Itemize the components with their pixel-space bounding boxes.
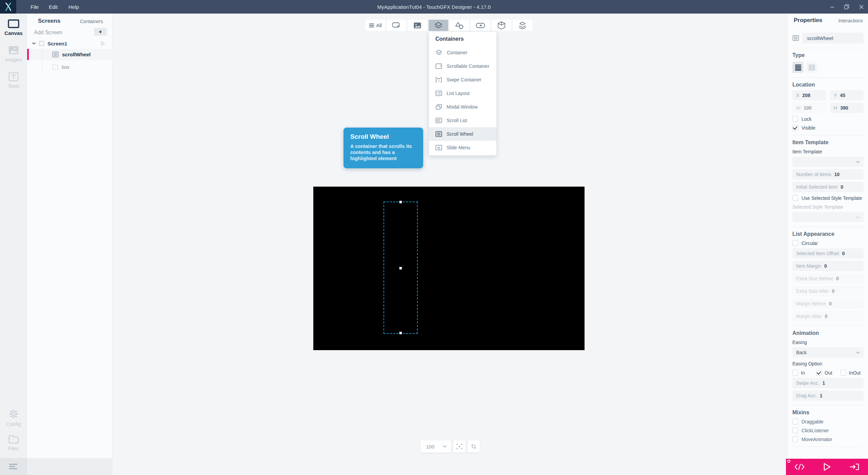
tree-row-scrollwheel[interactable]: scrollWheel (27, 49, 113, 60)
containers-category-icon (434, 22, 443, 29)
menu-help[interactable]: Help (68, 0, 79, 14)
resize-handle-top[interactable] (399, 201, 402, 204)
run-target-button[interactable] (841, 459, 868, 475)
circular-label: Circular (802, 241, 818, 246)
circular-checkbox-row[interactable]: Circular (792, 240, 864, 246)
visible-checkbox-row[interactable]: Visible (792, 125, 864, 131)
toolbar-miscellaneous-button[interactable] (492, 20, 511, 31)
location-w-field[interactable]: W 100 (792, 103, 826, 113)
draggable-row[interactable]: Draggable (792, 419, 864, 424)
sidebar-item-texts[interactable]: Texts (0, 72, 27, 89)
menu-item-scroll-wheel[interactable]: Scroll Wheel (429, 127, 496, 141)
sidebar-item-images[interactable]: Images (0, 45, 27, 62)
toolbar-custom-containers-button[interactable] (513, 20, 532, 31)
initial-selected-item-field[interactable]: Initial Selected Item 0 (792, 182, 864, 192)
sidebar-item-config[interactable]: Config (0, 408, 27, 427)
selection-rectangle[interactable] (383, 202, 418, 334)
item-margin-field[interactable]: Item Margin 0 (792, 261, 864, 271)
easing-in-row[interactable]: In (792, 370, 816, 376)
lock-checkbox[interactable] (792, 116, 798, 122)
run-simulator-button[interactable] (813, 459, 841, 475)
toolbar-containers-button[interactable] (429, 20, 448, 31)
x-value: 208 (802, 93, 810, 98)
add-screen-label[interactable]: Add Screen (34, 30, 62, 36)
fit-to-screen-button[interactable] (453, 440, 466, 453)
item-template-select[interactable] (792, 157, 864, 167)
use-selected-style-checkbox[interactable] (792, 195, 798, 201)
close-button[interactable] (854, 0, 868, 14)
easing-out-checkbox[interactable] (816, 370, 822, 376)
tree-row-screen1[interactable]: Screen1 (27, 38, 113, 49)
extra-size-before-field[interactable]: Extra Size Before 0 (792, 273, 864, 284)
canvas-size-button[interactable] (468, 440, 480, 453)
chevron-down-icon[interactable] (32, 42, 36, 45)
location-y-field[interactable]: Y 45 (830, 90, 864, 100)
draggable-checkbox[interactable] (792, 419, 798, 424)
h-value: 390 (840, 105, 848, 111)
tab-screens[interactable]: Screens (38, 18, 60, 24)
selected-style-template-select[interactable] (792, 212, 864, 222)
menu-item-container[interactable]: Container (429, 46, 496, 59)
menu-item-scroll-list[interactable]: Scroll List (429, 114, 496, 127)
toolbar-images-button[interactable] (408, 20, 427, 31)
clicklistener-row[interactable]: ClickListener (792, 428, 864, 433)
sidebar-label-images: Images (5, 57, 22, 62)
number-of-items-field[interactable]: Number of Items 10 (792, 169, 864, 179)
minimize-button[interactable] (825, 0, 839, 14)
lock-checkbox-row[interactable]: Lock (792, 116, 864, 122)
menu-file[interactable]: File (31, 0, 39, 14)
sidebar-item-canvas[interactable]: Canvas (0, 19, 27, 36)
circular-checkbox[interactable] (792, 240, 798, 246)
move-handle-center[interactable] (399, 267, 402, 270)
toolbar-shapes-button[interactable] (450, 20, 469, 31)
field-label: Margin Before (796, 301, 826, 306)
moveanimator-checkbox[interactable] (792, 436, 798, 442)
zoom-level-select[interactable]: 100 (420, 440, 451, 453)
resize-handle-bottom[interactable] (399, 331, 402, 335)
swipe-acceleration-field[interactable]: Swipe Acc. 1 (792, 378, 864, 388)
easing-select[interactable]: Back (792, 347, 864, 358)
clicklistener-checkbox[interactable] (792, 428, 798, 433)
menu-item-slide-menu[interactable]: Slide Menu (429, 141, 496, 154)
tree-label-screen1: Screen1 (47, 41, 67, 46)
moveanimator-row[interactable]: MoveAnimator (792, 436, 864, 442)
selected-item-offset-field[interactable]: Selected Item Offset 0 (792, 248, 864, 259)
location-x-field[interactable]: X 208 (792, 90, 826, 100)
menu-edit[interactable]: Edit (49, 0, 58, 14)
margin-before-field[interactable]: Margin Before 0 (792, 299, 864, 309)
menu-item-list-layout[interactable]: List Layout (429, 87, 496, 100)
easing-inout-row[interactable]: InOut (841, 370, 861, 376)
menu-item-scrollable-container[interactable]: Scrollable Container (429, 59, 496, 73)
tab-interactions[interactable]: Interactions (839, 18, 863, 23)
tree-row-box[interactable]: box (27, 62, 113, 73)
device-screen[interactable] (313, 187, 585, 350)
toolbar-buttons-button[interactable] (471, 20, 490, 31)
widget-name-input[interactable]: scrollWheel (802, 33, 864, 43)
toolbar-all-button[interactable]: All (366, 20, 385, 31)
location-h-field[interactable]: H 390 (830, 103, 864, 113)
margin-after-field[interactable]: Margin After 0 (792, 311, 864, 321)
sidebar-item-files[interactable]: Files (0, 434, 27, 451)
easing-out-row[interactable]: Out (816, 370, 841, 376)
touchgfx-logo (0, 0, 16, 14)
menu-item-swipe-container[interactable]: Swipe Container (429, 73, 496, 87)
extra-size-after-field[interactable]: Extra Size After 0 (792, 286, 864, 296)
visible-checkbox[interactable] (792, 125, 798, 131)
easing-in-checkbox[interactable] (792, 370, 798, 376)
add-screen-button[interactable]: + (94, 28, 107, 36)
toolbar-controls-button[interactable] (387, 20, 406, 31)
restore-button[interactable] (840, 0, 853, 14)
field-value: 0 (836, 276, 839, 281)
hamburger-menu-icon[interactable] (8, 463, 19, 470)
drag-acceleration-field[interactable]: Drag Acc. 1 (792, 391, 864, 401)
tab-containers[interactable]: Containers (80, 19, 103, 24)
modal-window-icon (435, 104, 442, 110)
use-selected-style-row[interactable]: Use Selected Style Template (792, 195, 864, 201)
type-vertical-wheel-button[interactable] (792, 62, 804, 73)
images-icon (8, 45, 19, 55)
type-horizontal-wheel-button[interactable] (806, 62, 817, 73)
tab-properties[interactable]: Properties (794, 17, 822, 24)
run-screen-flag-icon[interactable] (101, 41, 105, 46)
easing-inout-checkbox[interactable] (841, 370, 846, 376)
menu-item-modal-window[interactable]: Modal Window (429, 100, 496, 114)
